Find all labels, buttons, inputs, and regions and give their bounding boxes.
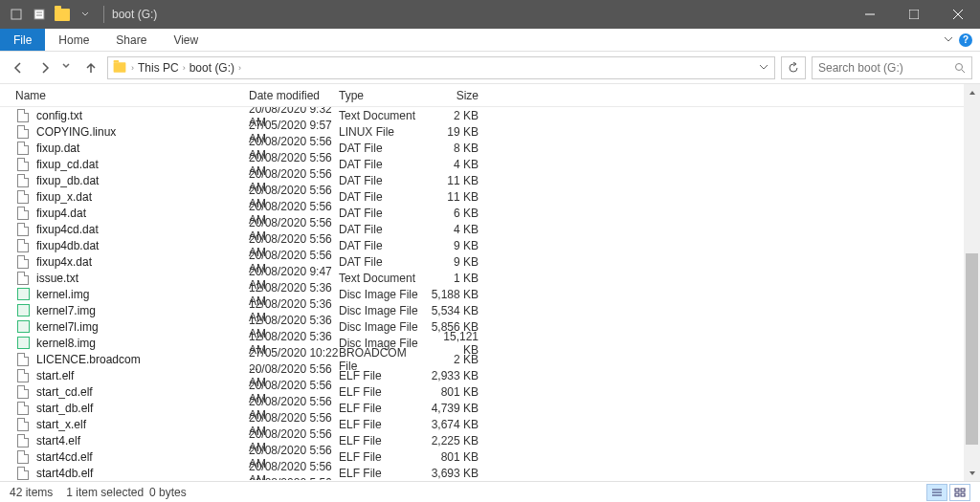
crumb-this-pc[interactable]: This PC xyxy=(138,61,179,75)
crumb-sep[interactable]: › xyxy=(183,63,186,73)
file-row[interactable]: fixup4x.dat20/08/2020 5:56 AMDAT File9 K… xyxy=(0,253,964,270)
file-row[interactable]: kernel7.img12/08/2020 5:36 AMDisc Image … xyxy=(0,302,964,318)
address-dropdown-icon[interactable] xyxy=(759,61,768,75)
close-button[interactable] xyxy=(936,0,980,29)
col-type[interactable]: Type xyxy=(339,89,425,102)
file-name[interactable]: kernel7l.img xyxy=(36,320,249,334)
file-size: 3,674 KB xyxy=(425,418,484,431)
file-name[interactable]: start4db.elf xyxy=(36,467,249,480)
file-row[interactable]: start_db.elf20/08/2020 5:56 AMELF File4,… xyxy=(0,400,964,416)
tab-view[interactable]: View xyxy=(160,29,212,51)
scroll-thumb[interactable] xyxy=(966,253,978,445)
file-name[interactable]: fixup4db.dat xyxy=(36,239,249,252)
tab-share[interactable]: Share xyxy=(102,29,160,51)
file-name[interactable]: start4.elf xyxy=(36,434,249,447)
crumb-sep[interactable]: › xyxy=(238,63,241,73)
file-name[interactable]: COPYING.linux xyxy=(36,125,249,139)
tab-file[interactable]: File xyxy=(0,29,45,51)
svg-rect-5 xyxy=(909,10,919,19)
file-row[interactable]: start_cd.elf20/08/2020 5:56 AMELF File80… xyxy=(0,383,964,400)
file-icon xyxy=(15,368,31,383)
file-name[interactable]: start_cd.elf xyxy=(36,385,249,399)
properties-icon[interactable] xyxy=(29,4,50,25)
file-name[interactable]: fixup4.dat xyxy=(36,207,249,220)
file-type: ELF File xyxy=(339,434,425,447)
file-row[interactable]: start4cd.elf20/08/2020 5:56 AMELF File80… xyxy=(0,448,964,465)
file-row[interactable]: kernel8.img12/08/2020 5:36 AMDisc Image … xyxy=(0,335,964,351)
up-button[interactable] xyxy=(80,57,101,78)
file-row[interactable]: start4db.elf20/08/2020 5:56 AMELF File3,… xyxy=(0,465,964,480)
forward-button[interactable] xyxy=(34,57,56,78)
search-box[interactable] xyxy=(812,56,972,79)
vertical-scrollbar[interactable] xyxy=(964,84,980,481)
crumb-boot[interactable]: boot (G:) xyxy=(189,61,234,75)
file-name[interactable]: fixup_db.dat xyxy=(36,174,249,187)
help-icon[interactable]: ? xyxy=(959,33,972,47)
file-row[interactable]: fixup.dat20/08/2020 5:56 AMDAT File8 KB xyxy=(0,140,964,156)
file-name[interactable]: config.txt xyxy=(36,109,249,122)
disc-image-icon xyxy=(15,303,31,318)
file-row[interactable]: fixup_x.dat20/08/2020 5:56 AMDAT File11 … xyxy=(0,188,964,205)
qat-dropdown-icon[interactable] xyxy=(75,4,96,25)
crumb-sep[interactable]: › xyxy=(131,63,134,73)
col-date[interactable]: Date modified xyxy=(249,89,339,102)
file-row[interactable]: LICENCE.broadcom27/05/2020 10:22 ...BROA… xyxy=(0,351,964,367)
scroll-down-button[interactable] xyxy=(964,465,980,481)
file-name[interactable]: kernel.img xyxy=(36,288,249,301)
refresh-button[interactable] xyxy=(781,56,806,79)
file-row[interactable]: fixup4cd.dat20/08/2020 5:56 AMDAT File4 … xyxy=(0,221,964,237)
file-row[interactable]: kernel.img12/08/2020 5:36 AMDisc Image F… xyxy=(0,286,964,302)
file-name[interactable]: LICENCE.broadcom xyxy=(36,353,249,366)
file-name[interactable]: start_db.elf xyxy=(36,402,249,415)
file-row[interactable]: config.txt20/08/2020 9:32 AMText Documen… xyxy=(0,107,964,123)
details-view-button[interactable] xyxy=(926,484,947,501)
scroll-up-button[interactable] xyxy=(964,84,980,100)
file-icon xyxy=(15,173,31,188)
file-name[interactable]: start_x.elf xyxy=(36,418,249,431)
file-name[interactable]: kernel8.img xyxy=(36,337,249,350)
folder-icon[interactable] xyxy=(52,4,73,25)
file-row[interactable]: start_x.elf20/08/2020 5:56 AMELF File3,6… xyxy=(0,416,964,432)
file-row[interactable]: fixup4.dat20/08/2020 5:56 AMDAT File6 KB xyxy=(0,205,964,221)
file-icon xyxy=(15,449,31,465)
file-row[interactable]: start4.elf20/08/2020 5:56 AMELF File2,22… xyxy=(0,432,964,448)
file-name[interactable]: kernel7.img xyxy=(36,304,249,317)
file-row[interactable]: issue.txt20/08/2020 9:47 AMText Document… xyxy=(0,270,964,286)
file-name[interactable]: start.elf xyxy=(36,369,249,382)
file-row[interactable]: fixup4db.dat20/08/2020 5:56 AMDAT File9 … xyxy=(0,237,964,253)
file-row[interactable]: fixup_cd.dat20/08/2020 5:56 AMDAT File4 … xyxy=(0,156,964,172)
scroll-track[interactable] xyxy=(964,100,980,465)
file-name[interactable]: fixup.dat xyxy=(36,142,249,155)
col-name[interactable]: Name xyxy=(15,89,249,102)
file-name[interactable]: fixup_x.dat xyxy=(36,190,249,204)
file-row[interactable]: COPYING.linux27/05/2020 9:57 AMLINUX Fil… xyxy=(0,123,964,140)
file-row[interactable]: start.elf20/08/2020 5:56 AMELF File2,933… xyxy=(0,367,964,383)
file-icon xyxy=(15,384,31,400)
tab-home[interactable]: Home xyxy=(45,29,102,51)
file-type: DAT File xyxy=(339,223,425,236)
col-size[interactable]: Size xyxy=(425,89,484,102)
file-type: ELF File xyxy=(339,385,425,399)
file-row[interactable]: fixup_db.dat20/08/2020 5:56 AMDAT File11… xyxy=(0,172,964,188)
search-input[interactable] xyxy=(818,61,943,75)
file-type: DAT File xyxy=(339,207,425,220)
address-bar[interactable]: › This PC › boot (G:) › xyxy=(107,56,775,79)
file-name[interactable]: fixup_cd.dat xyxy=(36,158,249,171)
file-type: DAT File xyxy=(339,190,425,204)
recent-dropdown-icon[interactable] xyxy=(61,57,75,78)
file-type: ELF File xyxy=(339,450,425,464)
file-name[interactable]: fixup4x.dat xyxy=(36,255,249,269)
back-button[interactable] xyxy=(8,57,29,78)
column-headers: Name Date modified Type Size xyxy=(0,84,964,107)
ribbon-expand-icon[interactable] xyxy=(944,33,953,47)
search-icon xyxy=(954,62,966,74)
file-name[interactable]: issue.txt xyxy=(36,272,249,285)
disc-image-icon xyxy=(15,319,31,335)
maximize-button[interactable] xyxy=(892,0,936,29)
file-name[interactable]: fixup4cd.dat xyxy=(36,223,249,236)
minimize-button[interactable] xyxy=(848,0,892,29)
file-size: 5,188 KB xyxy=(425,288,484,301)
file-icon xyxy=(15,124,31,140)
icons-view-button[interactable] xyxy=(949,484,970,501)
file-name[interactable]: start4cd.elf xyxy=(36,450,249,464)
